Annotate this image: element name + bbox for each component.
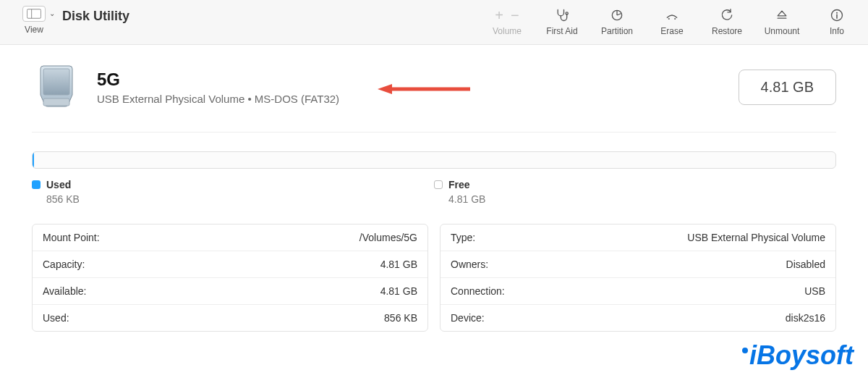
volume-title: 5G xyxy=(97,70,339,90)
restore-button[interactable]: Restore xyxy=(709,7,745,36)
free-swatch xyxy=(434,180,443,189)
info-key: Owners: xyxy=(451,259,488,270)
first-aid-button[interactable]: First Aid xyxy=(544,7,580,36)
restore-label: Restore xyxy=(712,26,742,36)
watermark-logo: iBoysoft xyxy=(742,340,854,371)
info-key: Type: xyxy=(451,232,475,243)
table-row: Mount Point:/Volumes/5G xyxy=(33,224,427,251)
table-row: Connection:USB xyxy=(441,277,835,304)
eject-icon xyxy=(774,8,790,22)
volume-control: + − Volume xyxy=(489,7,525,36)
info-label: Info xyxy=(830,26,844,36)
used-swatch xyxy=(32,180,41,189)
stethoscope-icon xyxy=(554,8,570,22)
svg-point-2 xyxy=(566,12,568,14)
sidebar-icon xyxy=(27,9,41,19)
info-icon xyxy=(829,8,845,22)
info-key: Connection: xyxy=(451,285,505,297)
info-value: /Volumes/5G xyxy=(359,232,417,243)
volume-size-badge: 4.81 GB xyxy=(739,70,836,105)
annotation-arrow xyxy=(378,83,472,96)
table-row: Type:USB External Physical Volume xyxy=(441,224,835,251)
usage-bar-used-segment xyxy=(33,152,34,168)
erase-label: Erase xyxy=(660,26,683,36)
info-key: Used: xyxy=(43,312,69,324)
info-value: 856 KB xyxy=(384,312,417,324)
legend-free: Free 4.81 GB xyxy=(434,179,836,205)
volume-label: Volume xyxy=(493,26,522,36)
info-key: Available: xyxy=(43,285,86,297)
info-tables: Mount Point:/Volumes/5G Capacity:4.81 GB… xyxy=(32,224,836,332)
plus-icon: + xyxy=(495,8,503,22)
svg-point-4 xyxy=(668,18,670,20)
erase-icon xyxy=(664,8,680,22)
volume-subtitle: USB External Physical Volume • MS-DOS (F… xyxy=(97,93,339,105)
partition-button[interactable]: Partition xyxy=(599,7,635,36)
info-value: disk2s16 xyxy=(786,312,825,324)
used-label: Used xyxy=(46,179,71,190)
free-value: 4.81 GB xyxy=(448,193,836,205)
restore-icon xyxy=(719,8,735,22)
info-value: USB External Physical Volume xyxy=(687,232,825,243)
svg-point-8 xyxy=(836,12,838,14)
minus-icon: − xyxy=(511,8,519,22)
info-key: Mount Point: xyxy=(43,232,100,243)
table-row: Used:856 KB xyxy=(33,304,427,331)
unmount-button[interactable]: Unmount xyxy=(764,7,800,36)
info-value: 4.81 GB xyxy=(380,259,417,270)
svg-rect-0 xyxy=(27,9,41,19)
free-label: Free xyxy=(448,179,470,190)
watermark-text: iBoysoft xyxy=(749,340,854,371)
view-label: View xyxy=(25,25,43,35)
legend-used: Used 856 KB xyxy=(32,179,434,205)
used-value: 856 KB xyxy=(46,193,434,205)
view-control: ⌄ View xyxy=(13,6,55,35)
main-content: 5G USB External Physical Volume • MS-DOS… xyxy=(0,45,868,332)
sidebar-toggle-button[interactable]: ⌄ xyxy=(22,6,46,22)
first-aid-label: First Aid xyxy=(546,26,577,36)
partition-label: Partition xyxy=(601,26,633,36)
svg-marker-13 xyxy=(378,84,392,94)
chevron-down-icon: ⌄ xyxy=(49,9,55,17)
erase-button[interactable]: Erase xyxy=(654,7,690,36)
info-value: USB xyxy=(804,285,825,297)
pie-icon xyxy=(609,8,625,22)
separator xyxy=(32,132,836,133)
info-key: Device: xyxy=(451,312,485,324)
info-table-right: Type:USB External Physical Volume Owners… xyxy=(440,224,836,332)
app-title: Disk Utility xyxy=(62,9,129,24)
info-key: Capacity: xyxy=(43,259,85,270)
volume-header: 5G USB External Physical Volume • MS-DOS… xyxy=(32,62,836,112)
svg-rect-11 xyxy=(43,98,69,106)
table-row: Owners:Disabled xyxy=(441,251,835,277)
svg-rect-10 xyxy=(43,69,69,95)
info-table-left: Mount Point:/Volumes/5G Capacity:4.81 GB… xyxy=(32,224,428,332)
usage-bar xyxy=(32,151,836,169)
table-row: Available:4.81 GB xyxy=(33,277,427,304)
info-button[interactable]: Info xyxy=(819,7,855,36)
svg-point-5 xyxy=(674,18,676,20)
toolbar: ⌄ View Disk Utility + − Volume First Aid xyxy=(0,0,868,45)
unmount-label: Unmount xyxy=(765,26,800,36)
toolbar-actions: + − Volume First Aid Parti xyxy=(489,7,855,36)
disk-icon xyxy=(32,62,81,112)
info-value: Disabled xyxy=(786,259,825,270)
info-value: 4.81 GB xyxy=(380,285,417,297)
table-row: Capacity:4.81 GB xyxy=(33,251,427,277)
table-row: Device:disk2s16 xyxy=(441,304,835,331)
usage-legend: Used 856 KB Free 4.81 GB xyxy=(32,179,836,205)
watermark-dot-icon xyxy=(742,348,748,353)
